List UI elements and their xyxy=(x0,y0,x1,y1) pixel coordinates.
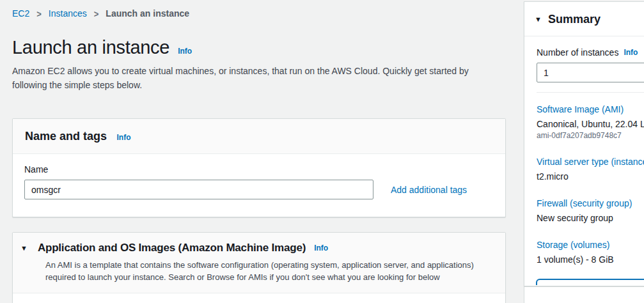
ami-card-description: An AMI is a template that contains the s… xyxy=(45,259,492,283)
breadcrumb-link-ec2[interactable]: EC2 xyxy=(12,8,29,19)
summary-section-instance-type: Virtual server type (instance type) t2.m… xyxy=(537,157,644,182)
ami-card-title: Application and OS Images (Amazon Machin… xyxy=(38,242,306,254)
collapse-chevron-icon[interactable]: ▼ xyxy=(535,16,542,23)
number-of-instances-info-link[interactable]: Info xyxy=(624,48,638,57)
name-field-label: Name xyxy=(24,164,492,175)
ami-card: ▼ Application and OS Images (Amazon Mach… xyxy=(12,232,506,303)
summary-header: ▼ Summary xyxy=(524,2,644,36)
virtual-server-type-link[interactable]: Virtual server type (instance type) xyxy=(537,157,644,167)
software-image-link[interactable]: Software Image (AMI) xyxy=(537,104,644,114)
firewall-link[interactable]: Firewall (security group) xyxy=(537,198,644,208)
storage-volumes-link[interactable]: Storage (volumes) xyxy=(537,240,644,250)
breadcrumb-separator-icon: > xyxy=(36,8,42,19)
page-description: Amazon EC2 allows you to create virtual … xyxy=(12,64,487,92)
security-group-value: New security group xyxy=(537,213,644,223)
free-tier-alert-top xyxy=(536,279,644,285)
collapse-chevron-icon[interactable]: ▼ xyxy=(20,245,27,252)
page-title: Launch an instance xyxy=(12,37,169,58)
summary-section-firewall: Firewall (security group) New security g… xyxy=(537,198,644,223)
summary-title: Summary xyxy=(548,13,601,26)
software-image-value: Canonical, Ubuntu, 22.04 LTS xyxy=(537,119,644,129)
ami-card-body xyxy=(13,293,505,303)
ami-card-header: ▼ Application and OS Images (Amazon Mach… xyxy=(13,233,505,293)
breadcrumb-link-instances[interactable]: Instances xyxy=(49,8,87,19)
page-title-info-link[interactable]: Info xyxy=(178,47,192,56)
storage-value: 1 volume(s) - 8 GiB xyxy=(537,254,644,265)
name-and-tags-card: Name and tags Info Name Add additional t… xyxy=(12,118,506,217)
ami-id-value: ami-0df7a207adb9748c7 xyxy=(537,131,644,140)
ami-card-info-link[interactable]: Info xyxy=(314,244,328,252)
summary-footer-panel xyxy=(524,287,644,303)
name-and-tags-body: Name Add additional tags xyxy=(13,154,505,199)
instance-type-value: t2.micro xyxy=(537,171,644,182)
breadcrumb-current-page: Launch an instance xyxy=(106,8,189,19)
add-additional-tags-link[interactable]: Add additional tags xyxy=(391,185,467,195)
number-of-instances-label: Number of instances xyxy=(537,47,618,58)
number-of-instances-input[interactable] xyxy=(537,63,644,82)
summary-section-ami: Software Image (AMI) Canonical, Ubuntu, … xyxy=(537,104,644,140)
breadcrumb-separator-icon: > xyxy=(94,8,99,19)
summary-divider xyxy=(537,92,644,93)
name-and-tags-header: Name and tags Info xyxy=(13,119,505,154)
name-and-tags-info-link[interactable]: Info xyxy=(117,133,131,142)
breadcrumb: EC2 > Instances > Launch an instance xyxy=(12,8,189,19)
instance-name-input[interactable] xyxy=(24,180,373,199)
summary-body: Number of instances Info Software Image … xyxy=(524,36,644,265)
summary-panel: ▼ Summary Number of instances Info Softw… xyxy=(524,1,644,286)
name-and-tags-title: Name and tags xyxy=(25,130,107,143)
summary-section-storage: Storage (volumes) 1 volume(s) - 8 GiB xyxy=(537,240,644,265)
page-header: Launch an instance Info xyxy=(12,37,192,58)
